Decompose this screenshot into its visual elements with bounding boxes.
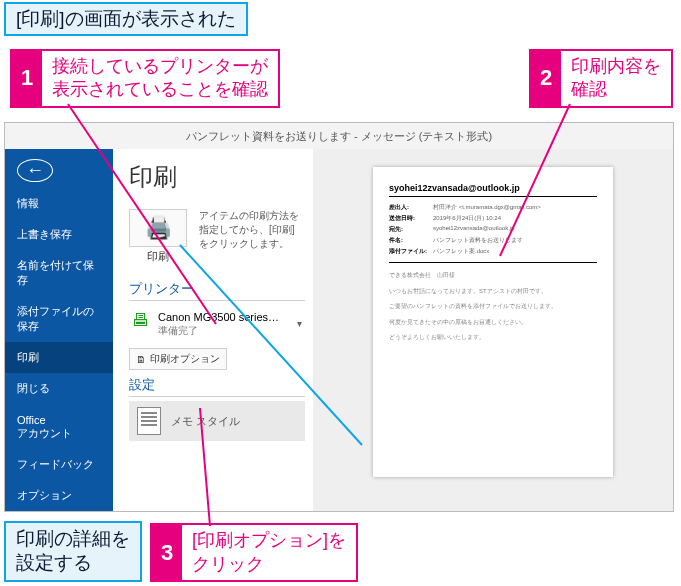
app-window: パンフレット資料をお送りします - メッセージ (テキスト形式) ← 情報上書き… [4, 122, 674, 512]
sidebar-item[interactable]: オプション [5, 480, 113, 511]
sidebar-item[interactable]: Office アカウント [5, 406, 113, 449]
printer-name: Canon MG3500 series… [158, 310, 279, 324]
sidebar-item[interactable]: 印刷 [5, 342, 113, 373]
printer-status: 準備完了 [158, 324, 279, 337]
print-button-label: 印刷 [147, 250, 169, 262]
print-button[interactable]: 🖨️ 印刷 [129, 209, 187, 264]
meta-value: 2019年6月24日(月) 10:24 [433, 214, 597, 223]
preview-page: syohei12zvansada@outlook.jp 差出人:村田洋介 <t.… [373, 167, 613, 477]
printer-ready-icon: 🖶 [132, 311, 150, 329]
print-description: アイテムの印刷方法を指定してから、[印刷] をクリックします。 [199, 209, 305, 251]
page-heading: 印刷 [129, 161, 305, 193]
meta-value: パンフレット資料をお送りします [433, 236, 597, 245]
preview-paragraph: できる株式会社 山田様 [389, 271, 597, 281]
preview-meta: 差出人:村田洋介 <t.muramata.dgx@gmail.com>送信日時:… [389, 203, 597, 256]
print-controls: 印刷 🖨️ 印刷 アイテムの印刷方法を指定してから、[印刷] をクリックします。… [113, 149, 313, 511]
window-title: パンフレット資料をお送りします - メッセージ (テキスト形式) [5, 123, 673, 149]
preview-account: syohei12zvansada@outlook.jp [389, 183, 597, 197]
sidebar-item[interactable]: 添付ファイルの保存 [5, 296, 113, 342]
back-button[interactable]: ← [17, 159, 53, 182]
callout-bottom: 印刷の詳細を 設定する [4, 521, 142, 582]
callout-3-number: 3 [152, 525, 182, 580]
printer-selector[interactable]: 🖶 Canon MG3500 series… 準備完了 ▾ [129, 305, 305, 342]
print-preview-area: syohei12zvansada@outlook.jp 差出人:村田洋介 <t.… [313, 149, 673, 511]
meta-value: パンフレット案.docx [433, 247, 597, 256]
meta-value: syohei12zvansada@outlook.jp [433, 225, 597, 234]
style-label: メモ スタイル [171, 414, 240, 429]
callout-1: 1 接続しているプリンターが 表示されていることを確認 [10, 49, 280, 108]
meta-value: 村田洋介 <t.muramata.dgx@gmail.com> [433, 203, 597, 212]
callout-3: 3 [印刷オプション]を クリック [150, 523, 358, 582]
meta-key: 送信日時: [389, 214, 433, 223]
sidebar-item[interactable]: 名前を付けて保存 [5, 250, 113, 296]
callout-2: 2 印刷内容を 確認 [529, 49, 673, 108]
preview-paragraph: いつもお世話になっております。STアシストの村田です。 [389, 287, 597, 297]
sidebar-item[interactable]: 閉じる [5, 373, 113, 404]
meta-key: 宛先: [389, 225, 433, 234]
settings-section-label: 設定 [129, 376, 305, 397]
sidebar-item[interactable]: フィードバック [5, 449, 113, 480]
sidebar-item[interactable]: 上書き保存 [5, 219, 113, 250]
style-selector[interactable]: メモ スタイル [129, 401, 305, 441]
printer-icon: 🖨️ [145, 215, 172, 241]
preview-paragraph: どうぞよろしくお願いいたします。 [389, 333, 597, 343]
chevron-down-icon: ▾ [297, 318, 302, 329]
callout-3-text: [印刷オプション]を クリック [182, 525, 356, 580]
callout-top: [印刷]の画面が表示された [4, 2, 248, 36]
back-arrow-icon: ← [26, 160, 44, 181]
callout-1-number: 1 [12, 51, 42, 106]
preview-paragraph: 何度か見てきたその中の原稿をお目通しください。 [389, 318, 597, 328]
print-options-button[interactable]: 🗎 印刷オプション [129, 348, 227, 370]
meta-key: 添付ファイル: [389, 247, 433, 256]
backstage-sidebar: ← 情報上書き保存名前を付けて保存添付ファイルの保存印刷閉じる Office ア… [5, 149, 113, 511]
options-icon: 🗎 [136, 354, 146, 365]
callout-1-text: 接続しているプリンターが 表示されていることを確認 [42, 51, 278, 106]
meta-key: 差出人: [389, 203, 433, 212]
sidebar-item[interactable]: 情報 [5, 188, 113, 219]
meta-key: 件名: [389, 236, 433, 245]
callout-2-number: 2 [531, 51, 561, 106]
callout-2-text: 印刷内容を 確認 [561, 51, 671, 106]
preview-paragraph: ご要望のパンフレットの資料を添付ファイルでお送りします。 [389, 302, 597, 312]
print-options-label: 印刷オプション [150, 352, 220, 366]
printer-section-label: プリンター [129, 280, 305, 301]
memo-style-icon [137, 407, 161, 435]
